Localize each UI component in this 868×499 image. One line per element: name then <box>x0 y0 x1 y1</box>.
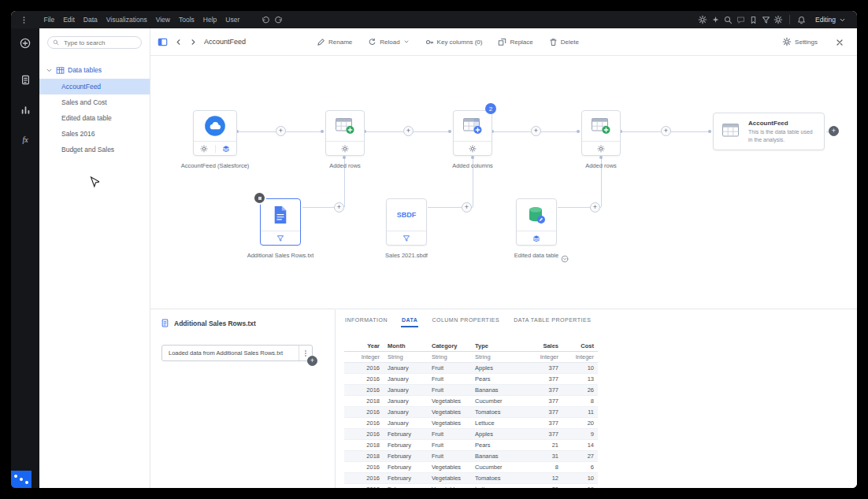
settings-button[interactable]: Settings <box>782 37 818 46</box>
node-selection-handle[interactable] <box>254 193 265 203</box>
redo-icon[interactable] <box>273 13 285 26</box>
key-columns-label: Key columns (0) <box>437 39 483 46</box>
comments-icon[interactable] <box>734 13 747 26</box>
add-transformation-plus-button[interactable] <box>462 202 472 213</box>
table-row[interactable]: 2016JanuaryFruitPears37713 <box>344 374 598 385</box>
table-cell: Vegetables <box>428 396 471 407</box>
table-cell: 6 <box>562 462 598 473</box>
close-source-view-icon[interactable] <box>835 35 844 49</box>
tab-column-properties[interactable]: COLUMN PROPERTIES <box>431 314 500 327</box>
node-final-accountfeed[interactable]: AccountFeed This is the data table used … <box>713 113 825 150</box>
visualization-types-icon[interactable] <box>11 99 39 120</box>
app-menu-kebab-icon[interactable] <box>17 13 30 26</box>
sidebar-item-sales-and-cost[interactable]: Sales and Cost <box>39 94 150 110</box>
bookmarks-icon[interactable] <box>747 13 759 26</box>
sidebar-item-edited-data-table[interactable]: Edited data table <box>39 110 150 126</box>
node-accountfeed-salesforce[interactable] <box>193 110 237 156</box>
reload-icon <box>368 38 377 46</box>
files-and-data-icon[interactable] <box>11 69 39 90</box>
sidebar-item-budget-and-sales[interactable]: Budget and Sales <box>39 142 150 157</box>
node-settings-gear-icon[interactable] <box>341 142 349 156</box>
sidebar-item-sales-2016[interactable]: Sales 2016 <box>39 126 150 142</box>
node-settings-gear-icon[interactable] <box>597 142 605 156</box>
table-row[interactable]: 2016JanuaryFruitBananas37726 <box>344 385 598 396</box>
reload-button[interactable]: Reload <box>368 38 409 46</box>
add-transformation-plus-button[interactable] <box>403 126 414 136</box>
add-transformation-plus-button[interactable] <box>661 126 671 136</box>
replace-label: Replace <box>510 39 532 46</box>
tree-root-data-tables[interactable]: Data tables <box>39 63 150 77</box>
add-transformation-plus-button[interactable] <box>334 202 344 213</box>
table-row[interactable]: 2018FebruaryFruitBananas3127 <box>344 451 598 462</box>
menu-visualizations[interactable]: Visualizations <box>106 16 147 24</box>
menu-edit[interactable]: Edit <box>63 16 75 24</box>
sidebar-item-accountfeed[interactable]: AccountFeed <box>39 79 150 94</box>
table-row[interactable]: 2016JanuaryFruitApples37710 <box>344 363 598 374</box>
data-functions-fx-icon[interactable]: fx <box>11 129 39 150</box>
key-columns-button[interactable]: Key columns (0) <box>425 38 483 46</box>
table-row[interactable]: 2018FebruaryFruitPears2114 <box>344 440 598 451</box>
filters-icon[interactable] <box>759 13 772 26</box>
document-properties-gear-icon[interactable] <box>772 13 785 26</box>
node-additional-sales-rows-file[interactable] <box>260 198 301 246</box>
add-transformation-plus-button[interactable] <box>590 202 600 213</box>
chevron-down-icon <box>839 17 846 24</box>
menu-view[interactable]: View <box>156 16 170 24</box>
search-icon[interactable] <box>721 13 734 26</box>
connector-dot <box>448 130 451 133</box>
add-operation-plus-button[interactable] <box>307 356 317 366</box>
table-row[interactable]: 2016FebruaryVegetablesCucumber86 <box>344 462 598 473</box>
table-cell: 9 <box>562 429 598 440</box>
column-type: String <box>428 352 471 363</box>
tab-data[interactable]: DATA <box>401 314 418 327</box>
panel-toggle-icon[interactable] <box>158 35 168 49</box>
table-row[interactable]: 2016FebruaryVegetablesTomatoes1210 <box>344 473 598 484</box>
node-added-rows-1[interactable] <box>325 110 365 156</box>
nav-forward-icon[interactable] <box>189 35 198 49</box>
menu-data[interactable]: Data <box>83 16 98 24</box>
delete-button[interactable]: Delete <box>549 38 579 46</box>
add-transformation-plus-button[interactable] <box>276 126 286 136</box>
table-row[interactable]: 2018FebruaryVegetablesLettuce2019 <box>344 484 598 489</box>
add-step-plus-button[interactable] <box>829 126 839 136</box>
nav-back-icon[interactable] <box>174 35 183 49</box>
menu-help[interactable]: Help <box>203 16 217 24</box>
data-canvas[interactable]: AccountFeed (Salesforce) Added rows <box>150 55 857 309</box>
search-input[interactable] <box>62 39 136 47</box>
settings-gear-icon[interactable] <box>696 13 709 26</box>
operation-step[interactable]: Loaded data from Additional Sales Rows.t… <box>161 345 313 361</box>
replace-button[interactable]: Replace <box>498 38 532 46</box>
add-transformation-plus-button[interactable] <box>531 126 541 136</box>
node-settings-gear-icon[interactable] <box>469 142 477 156</box>
table-row[interactable]: 2016JanuaryVegetablesLettuce37720 <box>344 418 598 429</box>
node-layers-icon[interactable] <box>216 142 237 155</box>
node-added-rows-2[interactable] <box>581 110 621 156</box>
sidebar-search[interactable] <box>47 36 142 49</box>
menu-tools[interactable]: Tools <box>179 16 195 24</box>
tab-information[interactable]: INFORMATION <box>344 314 388 327</box>
top-menubar: File Edit Data Visualizations View Tools… <box>11 11 857 28</box>
rename-button[interactable]: Rename <box>317 38 352 46</box>
editing-mode-dropdown[interactable]: Editing <box>815 16 846 24</box>
table-row[interactable]: 2016FebruaryFruitApples3779 <box>344 429 598 440</box>
table-row[interactable]: 2016JanuaryVegetablesTomatoes37711 <box>344 407 598 418</box>
node-settings-gear-icon[interactable] <box>194 142 215 155</box>
node-transformations-icon[interactable] <box>276 231 284 246</box>
tab-data-table-properties[interactable]: DATA TABLE PROPERTIES <box>513 314 592 327</box>
app-window: File Edit Data Visualizations View Tools… <box>11 11 857 488</box>
add-plus-icon[interactable] <box>11 33 39 54</box>
node-sales-2021-sbdf[interactable]: SBDF <box>386 198 427 246</box>
node-edited-data-table[interactable] <box>516 198 557 246</box>
expand-node-chevron-icon[interactable] <box>561 251 569 265</box>
node-layers-icon[interactable] <box>532 231 540 246</box>
table-row[interactable]: 2018JanuaryVegetablesCucumber3778 <box>344 396 598 407</box>
menu-user[interactable]: User <box>225 16 239 24</box>
undo-icon[interactable] <box>260 13 273 26</box>
delete-label: Delete <box>561 39 579 46</box>
node-transformations-icon[interactable] <box>402 231 410 246</box>
recommendations-wand-icon[interactable] <box>709 13 721 26</box>
notifications-bell-icon[interactable] <box>795 13 807 26</box>
menu-file[interactable]: File <box>44 16 55 24</box>
node-added-columns[interactable] <box>453 110 492 156</box>
canvas-actions: Rename Reload Key columns (0) Replace <box>317 28 579 55</box>
